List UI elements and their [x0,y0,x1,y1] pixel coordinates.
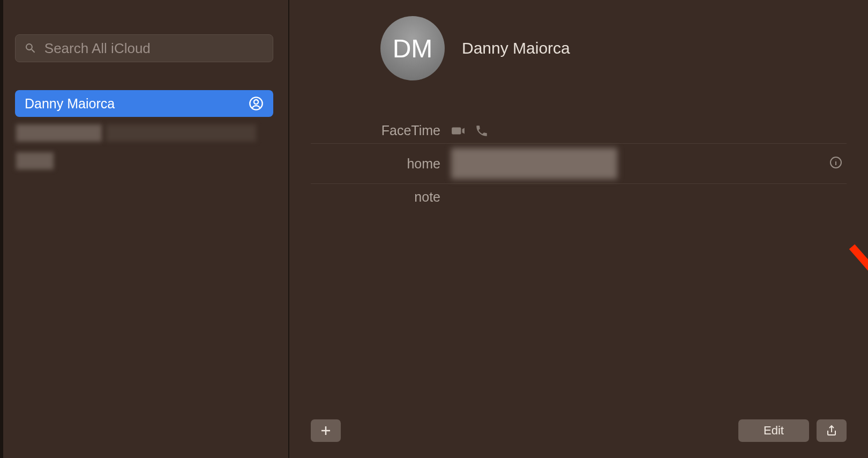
info-icon [829,156,842,169]
facetime-label: FaceTime [311,123,451,138]
contact-header: DM Danny Maiorca [311,16,847,80]
detail-row-facetime: FaceTime [311,118,847,144]
share-button[interactable] [817,419,847,442]
svg-point-1 [254,100,258,104]
contact-details: FaceTime home note [311,118,847,210]
contact-item-name: Danny Maiorca [25,96,115,112]
edit-button[interactable]: Edit [738,419,809,442]
phone-icon[interactable] [475,124,489,138]
contacts-sidebar: Danny Maiorca [0,0,289,458]
contact-detail-pane: DM Danny Maiorca FaceTime home note [289,0,868,458]
contact-list-item-redacted[interactable] [15,119,273,147]
search-box[interactable] [15,34,273,62]
detail-row-note: note [311,184,847,210]
avatar-initials: DM [393,34,433,63]
user-circle-icon [249,96,264,111]
svg-line-5 [852,247,868,400]
contact-name: Danny Maiorca [462,39,570,57]
svg-point-4 [836,160,836,160]
avatar[interactable]: DM [380,16,445,80]
contact-list-item-redacted[interactable] [15,147,273,175]
home-value-redacted [451,148,617,179]
info-button[interactable] [829,156,842,171]
search-input[interactable] [44,40,264,57]
home-label: home [311,156,451,172]
add-button[interactable] [311,419,341,442]
note-label: note [311,189,451,205]
plus-icon [319,424,332,437]
edit-button-label: Edit [764,424,784,438]
video-icon[interactable] [451,124,465,138]
footer-toolbar: Edit [311,419,847,442]
share-icon [825,424,838,437]
annotation-arrow-icon [841,236,868,424]
search-icon [24,41,37,55]
contact-list-item-selected[interactable]: Danny Maiorca [15,90,273,117]
detail-row-home: home [311,144,847,184]
